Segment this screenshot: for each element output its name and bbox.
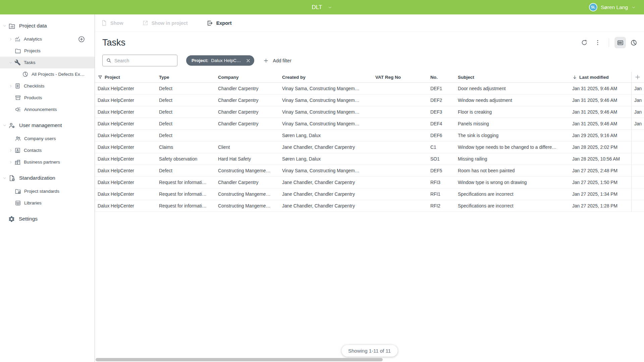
sidebar-section-user-management[interactable]: User management <box>0 119 95 131</box>
table-row[interactable]: Dalux HelpCenterRequest for informati…Ch… <box>95 177 644 188</box>
more-options-button[interactable] <box>592 37 603 48</box>
table-row[interactable]: Dalux HelpCenterRequest for informati…Co… <box>95 200 644 212</box>
list-view-button[interactable] <box>614 37 626 48</box>
sidebar-item-label: Settings <box>19 216 38 222</box>
folder-icon <box>15 48 21 54</box>
cell-subject: Floor is creaking <box>455 110 570 115</box>
products-icon <box>15 95 21 101</box>
show-button[interactable]: Show <box>101 20 123 26</box>
sidebar-item-contacts[interactable]: Contacts <box>0 144 95 156</box>
column-header-last-modified[interactable]: Last modified <box>570 75 631 80</box>
cell-subject: Room has not been painted <box>455 168 570 173</box>
table-row[interactable]: Dalux HelpCenterDefectChandler Carpentry… <box>95 95 644 106</box>
cell-no: DEF4 <box>428 121 455 126</box>
column-header-no[interactable]: No. <box>428 75 455 80</box>
sidebar-item-announcements[interactable]: Announcements <box>0 104 95 115</box>
search-input[interactable] <box>114 58 168 63</box>
app-switcher[interactable]: DLT <box>312 4 332 11</box>
table-row[interactable]: Dalux HelpCenterDefectChandler Carpentry… <box>95 83 644 95</box>
table-row[interactable]: Dalux HelpCenterDefectChandler Carpentry… <box>95 106 644 118</box>
add-filter-label: Add filter <box>273 58 291 63</box>
cell-type: Request for informati… <box>156 180 215 185</box>
cell-subject: Door needs adjustment <box>455 86 570 91</box>
table-row[interactable]: Dalux HelpCenterSafety observationHard H… <box>95 153 644 165</box>
cell-company: Constructing Mangeme… <box>215 168 279 173</box>
cell-type: Defect <box>156 121 215 126</box>
sidebar-item-company-users[interactable]: Company users <box>0 133 95 144</box>
topbar: DLT SL Søren Lang <box>0 0 644 14</box>
cell-created-by: Vinay Sama, Constructing Mangem… <box>279 86 373 91</box>
filter-chip[interactable]: Project: Dalux HelpC… <box>186 55 254 66</box>
chevron-right-icon <box>9 37 13 41</box>
column-header-created-by[interactable]: Created by <box>279 75 373 80</box>
sidebar-item-products[interactable]: Products <box>0 92 95 104</box>
column-header-company[interactable]: Company <box>215 75 279 80</box>
sidebar-item-libraries[interactable]: Libraries <box>0 197 95 209</box>
chevron-down-icon <box>3 24 7 28</box>
refresh-button[interactable] <box>579 37 590 48</box>
column-header-vat-reg-no[interactable]: VAT Reg No <box>373 75 428 80</box>
show-in-project-button[interactable]: Show in project <box>142 20 188 26</box>
sidebar-section-label: Project data <box>19 23 47 29</box>
sidebar-item-business-partners[interactable]: Business partners <box>0 156 95 168</box>
sidebar-item-all-projects-defects-ex[interactable]: All Projects - Defects Ex… <box>0 68 95 80</box>
table-row[interactable]: Dalux HelpCenterClaimsClientJane Chandle… <box>95 141 644 153</box>
user-menu[interactable]: SL Søren Lang <box>589 3 636 11</box>
cell-subject: Panels missing <box>455 121 570 126</box>
sidebar-item-projects[interactable]: Projects <box>0 45 95 57</box>
sidebar-item-analytics[interactable]: Analytics <box>0 33 95 45</box>
gear-icon <box>8 216 15 223</box>
sidebar-item-project-standards[interactable]: Project standards <box>0 185 95 197</box>
cell-subject: Missing railing <box>455 157 570 162</box>
table-row[interactable]: Dalux HelpCenterDefectConstructing Mange… <box>95 165 644 177</box>
column-header-subject[interactable]: Subject <box>455 75 570 80</box>
table-row[interactable]: Dalux HelpCenterRequest for informati…Co… <box>95 188 644 200</box>
cell-company: Chandler Carpentry <box>215 180 279 185</box>
cell-type: Defect <box>156 86 215 91</box>
add-filter-button[interactable]: Add filter <box>263 58 291 64</box>
close-icon[interactable] <box>246 58 251 63</box>
cell-company: Chandler Carpentry <box>215 86 279 91</box>
analytics-icon <box>14 36 21 42</box>
megaphone-icon <box>15 106 21 113</box>
cell-overflow <box>631 188 644 200</box>
sidebar-section-label: Standardization <box>19 175 55 181</box>
cell-no: RFI1 <box>428 192 455 197</box>
chevron-right-icon <box>9 148 13 153</box>
chevron-down-icon <box>327 5 332 10</box>
sidebar-item-settings[interactable]: Settings <box>0 213 95 225</box>
table-row[interactable]: Dalux HelpCenterDefectChandler Carpentry… <box>95 118 644 130</box>
horizontal-scrollbar <box>95 357 644 362</box>
sidebar-item-checklists[interactable]: Checklists <box>0 80 95 92</box>
export-icon <box>207 20 213 26</box>
sidebar-section-project-data[interactable]: Project data <box>0 20 95 32</box>
column-header-type[interactable]: Type <box>156 75 215 80</box>
cell-company: Constructing Mangeme… <box>215 192 279 197</box>
chevron-right-icon <box>9 84 13 88</box>
cell-company: Chandler Carpentry <box>215 110 279 115</box>
cell-no: RFI2 <box>428 203 455 208</box>
column-header-project[interactable]: Project <box>95 75 156 80</box>
cell-project: Dalux HelpCenter <box>95 98 156 103</box>
sidebar-section-standardization[interactable]: Standardization <box>0 172 95 184</box>
cell-no: DEF3 <box>428 110 455 115</box>
sidebar-item-tasks[interactable]: Tasks <box>0 57 95 68</box>
plus-circle-icon[interactable] <box>78 36 85 43</box>
divider <box>609 38 609 47</box>
sidebar-item-label: Tasks <box>24 60 36 65</box>
add-column-button[interactable] <box>631 72 644 82</box>
search-box <box>102 55 177 66</box>
cell-company: Hard Hat Safety <box>215 157 279 162</box>
horizontal-scrollbar-thumb[interactable] <box>96 358 383 361</box>
table-row[interactable]: Dalux HelpCenterDefectSøren Lang, DaluxD… <box>95 130 644 141</box>
cell-overflow <box>631 165 644 176</box>
cell-modified: Jan 31 2025, 9:46 AM <box>570 121 631 126</box>
project-data-icon <box>8 22 15 29</box>
export-button[interactable]: Export <box>207 20 232 26</box>
cell-modified: Jan 29 2025, 9:16 AM <box>570 133 631 138</box>
cell-project: Dalux HelpCenter <box>95 157 156 162</box>
chart-view-button[interactable] <box>628 37 639 48</box>
user-name: Søren Lang <box>601 4 628 10</box>
cell-created-by: Vinay Sama, Constructing Mangem… <box>279 98 373 103</box>
main-content: Show Show in project Export Tasks <box>95 14 644 362</box>
